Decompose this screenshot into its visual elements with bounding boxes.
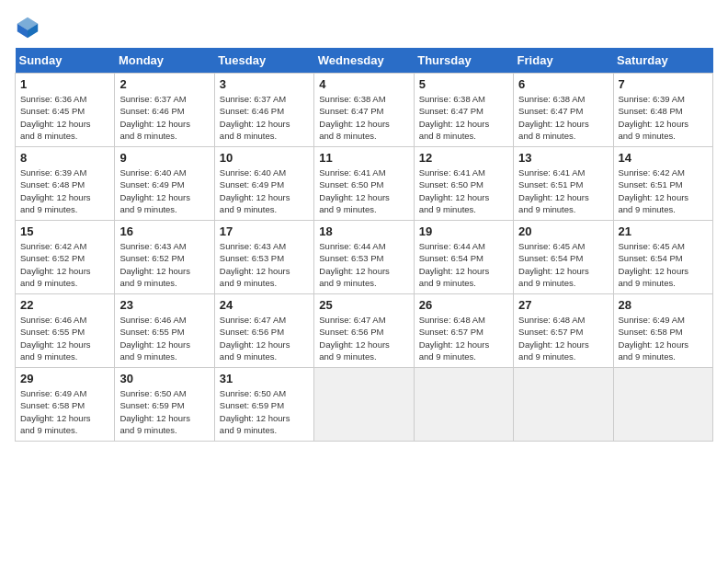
calendar-day-cell: 2 Sunrise: 6:37 AM Sunset: 6:46 PM Dayli…	[115, 74, 214, 147]
day-number: 27	[518, 298, 608, 312]
calendar-day-cell: 30 Sunrise: 6:50 AM Sunset: 6:59 PM Dayl…	[115, 368, 214, 442]
calendar-day-cell: 14 Sunrise: 6:42 AM Sunset: 6:51 PM Dayl…	[613, 147, 712, 221]
calendar-day-cell	[514, 368, 613, 442]
day-number: 11	[319, 151, 408, 165]
calendar-day-cell: 3 Sunrise: 6:37 AM Sunset: 6:46 PM Dayli…	[214, 74, 313, 147]
calendar-day-cell: 6 Sunrise: 6:38 AM Sunset: 6:47 PM Dayli…	[514, 74, 613, 147]
calendar-day-cell: 7 Sunrise: 6:39 AM Sunset: 6:48 PM Dayli…	[613, 74, 712, 147]
calendar-day-cell: 15 Sunrise: 6:42 AM Sunset: 6:52 PM Dayl…	[16, 221, 115, 294]
day-detail: Sunrise: 6:43 AM Sunset: 6:52 PM Dayligh…	[119, 240, 209, 289]
day-detail: Sunrise: 6:42 AM Sunset: 6:51 PM Dayligh…	[619, 167, 708, 215]
day-number: 10	[220, 151, 309, 165]
calendar-day-cell: 17 Sunrise: 6:43 AM Sunset: 6:53 PM Dayl…	[214, 221, 313, 294]
calendar-day-cell: 19 Sunrise: 6:44 AM Sunset: 6:54 PM Dayl…	[414, 221, 513, 294]
calendar-day-cell: 12 Sunrise: 6:41 AM Sunset: 6:50 PM Dayl…	[414, 147, 513, 221]
day-number: 4	[319, 77, 408, 91]
day-detail: Sunrise: 6:50 AM Sunset: 6:59 PM Dayligh…	[220, 387, 309, 436]
calendar-week-row: 29 Sunrise: 6:49 AM Sunset: 6:58 PM Dayl…	[16, 368, 713, 442]
calendar-week-row: 1 Sunrise: 6:36 AM Sunset: 6:45 PM Dayli…	[16, 74, 713, 147]
day-number: 7	[619, 77, 708, 91]
day-number: 20	[518, 224, 608, 238]
day-detail: Sunrise: 6:50 AM Sunset: 6:59 PM Dayligh…	[119, 387, 209, 436]
day-detail: Sunrise: 6:46 AM Sunset: 6:55 PM Dayligh…	[20, 314, 109, 362]
day-number: 6	[518, 77, 608, 91]
day-detail: Sunrise: 6:48 AM Sunset: 6:57 PM Dayligh…	[518, 314, 608, 362]
calendar-day-cell: 1 Sunrise: 6:36 AM Sunset: 6:45 PM Dayli…	[16, 74, 115, 147]
day-of-week-header: Wednesday	[314, 48, 414, 74]
day-detail: Sunrise: 6:39 AM Sunset: 6:48 PM Dayligh…	[619, 93, 708, 142]
logo	[15, 15, 44, 40]
day-detail: Sunrise: 6:44 AM Sunset: 6:53 PM Dayligh…	[319, 240, 408, 289]
day-detail: Sunrise: 6:38 AM Sunset: 6:47 PM Dayligh…	[419, 93, 508, 142]
day-of-week-header: Saturday	[613, 48, 712, 74]
day-detail: Sunrise: 6:37 AM Sunset: 6:46 PM Dayligh…	[220, 93, 309, 142]
day-number: 3	[220, 77, 309, 91]
calendar-day-cell: 10 Sunrise: 6:40 AM Sunset: 6:49 PM Dayl…	[214, 147, 313, 221]
day-detail: Sunrise: 6:37 AM Sunset: 6:46 PM Dayligh…	[119, 93, 209, 142]
day-number: 25	[319, 298, 408, 312]
day-detail: Sunrise: 6:39 AM Sunset: 6:48 PM Dayligh…	[20, 167, 109, 215]
calendar-day-cell: 31 Sunrise: 6:50 AM Sunset: 6:59 PM Dayl…	[214, 368, 313, 442]
calendar-day-cell: 22 Sunrise: 6:46 AM Sunset: 6:55 PM Dayl…	[16, 294, 115, 368]
calendar-day-cell: 26 Sunrise: 6:48 AM Sunset: 6:57 PM Dayl…	[414, 294, 513, 368]
calendar-week-row: 22 Sunrise: 6:46 AM Sunset: 6:55 PM Dayl…	[16, 294, 713, 368]
day-of-week-header: Monday	[115, 48, 214, 74]
day-detail: Sunrise: 6:46 AM Sunset: 6:55 PM Dayligh…	[119, 314, 209, 362]
day-number: 19	[419, 224, 508, 238]
day-number: 2	[119, 77, 209, 91]
day-detail: Sunrise: 6:41 AM Sunset: 6:51 PM Dayligh…	[518, 167, 608, 215]
calendar-day-cell: 20 Sunrise: 6:45 AM Sunset: 6:54 PM Dayl…	[514, 221, 613, 294]
calendar-day-cell: 29 Sunrise: 6:49 AM Sunset: 6:58 PM Dayl…	[16, 368, 115, 442]
calendar-day-cell: 23 Sunrise: 6:46 AM Sunset: 6:55 PM Dayl…	[115, 294, 214, 368]
day-number: 18	[319, 224, 408, 238]
page-header	[15, 15, 713, 40]
day-detail: Sunrise: 6:49 AM Sunset: 6:58 PM Dayligh…	[20, 387, 109, 436]
calendar-day-cell: 5 Sunrise: 6:38 AM Sunset: 6:47 PM Dayli…	[414, 74, 513, 147]
day-number: 15	[20, 224, 109, 238]
day-detail: Sunrise: 6:41 AM Sunset: 6:50 PM Dayligh…	[319, 167, 408, 215]
day-of-week-header: Friday	[514, 48, 613, 74]
day-number: 29	[20, 372, 109, 385]
day-number: 21	[619, 224, 708, 238]
calendar-day-cell	[613, 368, 712, 442]
day-number: 8	[20, 151, 109, 165]
day-number: 17	[220, 224, 309, 238]
days-header-row: SundayMondayTuesdayWednesdayThursdayFrid…	[16, 48, 713, 74]
day-of-week-header: Sunday	[16, 48, 115, 74]
calendar-day-cell: 13 Sunrise: 6:41 AM Sunset: 6:51 PM Dayl…	[514, 147, 613, 221]
day-detail: Sunrise: 6:48 AM Sunset: 6:57 PM Dayligh…	[419, 314, 508, 362]
day-detail: Sunrise: 6:40 AM Sunset: 6:49 PM Dayligh…	[220, 167, 309, 215]
calendar-day-cell: 18 Sunrise: 6:44 AM Sunset: 6:53 PM Dayl…	[314, 221, 414, 294]
calendar-week-row: 8 Sunrise: 6:39 AM Sunset: 6:48 PM Dayli…	[16, 147, 713, 221]
day-detail: Sunrise: 6:42 AM Sunset: 6:52 PM Dayligh…	[20, 240, 109, 289]
day-detail: Sunrise: 6:44 AM Sunset: 6:54 PM Dayligh…	[419, 240, 508, 289]
calendar-day-cell: 16 Sunrise: 6:43 AM Sunset: 6:52 PM Dayl…	[115, 221, 214, 294]
day-number: 26	[419, 298, 508, 312]
calendar-day-cell: 28 Sunrise: 6:49 AM Sunset: 6:58 PM Dayl…	[613, 294, 712, 368]
day-number: 30	[119, 372, 209, 385]
calendar-table: SundayMondayTuesdayWednesdayThursdayFrid…	[15, 48, 713, 442]
day-detail: Sunrise: 6:45 AM Sunset: 6:54 PM Dayligh…	[518, 240, 608, 289]
logo-icon	[15, 15, 40, 40]
day-detail: Sunrise: 6:45 AM Sunset: 6:54 PM Dayligh…	[619, 240, 708, 289]
calendar-day-cell: 24 Sunrise: 6:47 AM Sunset: 6:56 PM Dayl…	[214, 294, 313, 368]
calendar-day-cell	[314, 368, 414, 442]
day-detail: Sunrise: 6:38 AM Sunset: 6:47 PM Dayligh…	[518, 93, 608, 142]
calendar-day-cell	[414, 368, 513, 442]
day-number: 5	[419, 77, 508, 91]
day-number: 22	[20, 298, 109, 312]
calendar-day-cell: 21 Sunrise: 6:45 AM Sunset: 6:54 PM Dayl…	[613, 221, 712, 294]
day-number: 9	[119, 151, 209, 165]
day-number: 23	[119, 298, 209, 312]
day-detail: Sunrise: 6:43 AM Sunset: 6:53 PM Dayligh…	[220, 240, 309, 289]
day-number: 13	[518, 151, 608, 165]
day-number: 14	[619, 151, 708, 165]
calendar-day-cell: 4 Sunrise: 6:38 AM Sunset: 6:47 PM Dayli…	[314, 74, 414, 147]
day-detail: Sunrise: 6:47 AM Sunset: 6:56 PM Dayligh…	[220, 314, 309, 362]
calendar-day-cell: 25 Sunrise: 6:47 AM Sunset: 6:56 PM Dayl…	[314, 294, 414, 368]
day-detail: Sunrise: 6:38 AM Sunset: 6:47 PM Dayligh…	[319, 93, 408, 142]
day-detail: Sunrise: 6:47 AM Sunset: 6:56 PM Dayligh…	[319, 314, 408, 362]
day-of-week-header: Tuesday	[214, 48, 313, 74]
calendar-week-row: 15 Sunrise: 6:42 AM Sunset: 6:52 PM Dayl…	[16, 221, 713, 294]
day-detail: Sunrise: 6:36 AM Sunset: 6:45 PM Dayligh…	[20, 93, 109, 142]
